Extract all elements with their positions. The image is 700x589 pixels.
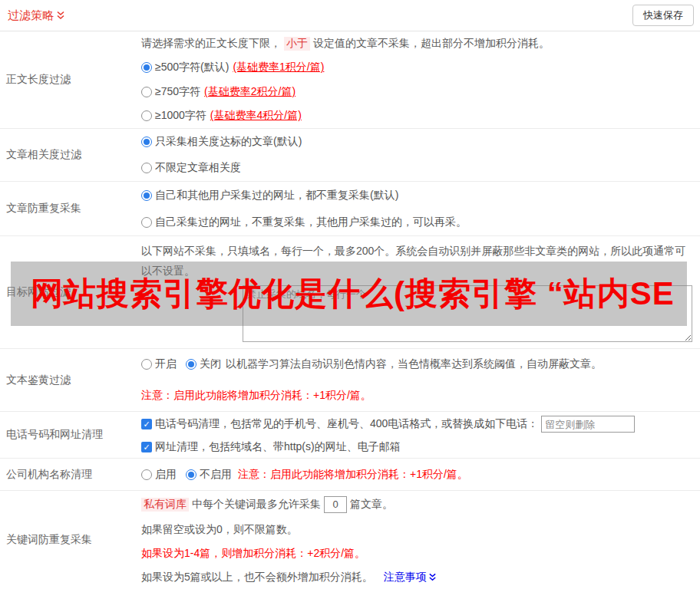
section-phone-url-clean: 电话号码和网址清理 ✓ 电话号码清理，包括常见的手机号、座机号、400电话格式，… (0, 412, 700, 459)
section-label: 文本鉴黄过滤 (0, 349, 137, 411)
section-content: 私有词库 中每个关键词最多允许采集 篇文章。 如果留空或设为0，则不限篇数。 如… (137, 491, 700, 589)
porn-filter-options: 开启 关闭 以机器学习算法自动识别色情内容，当色情概率达到系统阈值，自动屏蔽文章… (141, 357, 694, 371)
radio-selected-icon[interactable] (141, 190, 152, 201)
radio-icon[interactable] (141, 110, 152, 121)
fee-note: (基础费率2积分/篇) (204, 85, 296, 99)
section-body-length-filter: 正文长度过滤 请选择需求的正文长度下限， 小于 设定值的文章不采集，超出部分不增… (0, 31, 700, 129)
section-company-name-clean: 公司机构名称清理 启用 不启用 注意：启用此功能将增加积分消耗：+1积分/篇。 (0, 459, 700, 491)
notice-link[interactable]: 注意事项 (384, 571, 437, 584)
radio-icon[interactable] (141, 87, 152, 97)
replacement-phone-input[interactable] (541, 416, 635, 433)
section-content: 开启 关闭 以机器学习算法自动识别色情内容，当色情概率达到系统阈值，自动屏蔽文章… (137, 349, 700, 411)
checkbox-checked-icon[interactable]: ✓ (141, 419, 152, 429)
quick-save-button[interactable]: 快速保存 (632, 5, 694, 26)
keyword-limit-input[interactable] (324, 496, 347, 513)
keyword-note-zero: 如果留空或设为0，则不限篇数。 (141, 523, 694, 537)
radio-selected-icon[interactable] (186, 359, 196, 370)
header-bar: 过滤策略 快速保存 (0, 0, 700, 31)
radio-icon[interactable] (141, 163, 152, 173)
intro-text: 请选择需求的正文长度下限， 小于 设定值的文章不采集，超出部分不增加积分消耗。 (141, 37, 694, 51)
dedup-option-self-only[interactable]: 自己采集过的网址，不重复采集，其他用户采集过的，可以再采。 (141, 216, 694, 229)
radio-selected-icon[interactable] (141, 62, 152, 73)
section-dedup-collect: 文章防重复采集 自己和其他用户采集过的网址，都不重复采集(默认) 自己采集过的网… (0, 182, 700, 236)
company-clean-note: 注意：启用此功能将增加积分消耗：+1积分/篇。 (238, 468, 468, 482)
section-content: 只采集相关度达标的文章(默认) 不限定文章相关度 (137, 129, 700, 181)
page-title-text: 过滤策略 (8, 8, 54, 23)
keyword-limit-line: 私有词库 中每个关键词最多允许采集 篇文章。 (141, 496, 694, 513)
relevance-option-any[interactable]: 不限定文章相关度 (141, 161, 694, 175)
section-content: 请选择需求的正文长度下限， 小于 设定值的文章不采集，超出部分不增加积分消耗。 … (137, 31, 700, 128)
section-label: 文章防重复采集 (0, 182, 137, 235)
section-label: 文章相关度过滤 (0, 129, 137, 181)
page-title[interactable]: 过滤策略 (8, 8, 65, 23)
section-relevance-filter: 文章相关度过滤 只采集相关度达标的文章(默认) 不限定文章相关度 (0, 129, 700, 182)
overlay-banner-text: 网站搜索引擎优化是什么(搜索引擎 “站内SE (31, 272, 675, 315)
section-keyword-dedup: 关键词防重复采集 私有词库 中每个关键词最多允许采集 篇文章。 如果留空或设为0… (0, 491, 700, 589)
section-label: 公司机构名称清理 (0, 459, 137, 490)
phone-clean-option: ✓ 电话号码清理，包括常见的手机号、座机号、400电话格式，或替换成如下电话： (141, 416, 694, 433)
radio-icon[interactable] (141, 469, 152, 480)
filter-strategy-page: 过滤策略 快速保存 正文长度过滤 请选择需求的正文长度下限， 小于 设定值的文章… (0, 0, 700, 589)
less-than-badge: 小于 (284, 37, 310, 51)
radio-selected-icon[interactable] (141, 137, 152, 147)
fee-note: (基础费率1积分/篇) (233, 61, 324, 74)
keyword-note-five: 如果设为5篇或以上，也不会额外增加积分消耗。 注意事项 (141, 571, 694, 584)
length-option-750[interactable]: ≥750字符 (基础费率2积分/篇) (141, 85, 694, 99)
keyword-note-fee: 如果设为1-4篇，则增加积分消耗：+2积分/篇。 (141, 547, 694, 561)
section-label: 关键词防重复采集 (0, 491, 137, 589)
radio-selected-icon[interactable] (186, 469, 196, 480)
length-option-500[interactable]: ≥500字符(默认) (基础费率1积分/篇) (141, 61, 694, 74)
radio-icon[interactable] (141, 359, 152, 370)
porn-filter-note: 注意：启用此功能将增加积分消耗：+1积分/篇。 (141, 389, 694, 403)
section-content: 自己和其他用户采集过的网址，都不重复采集(默认) 自己采集过的网址，不重复采集，… (137, 182, 700, 235)
overlay-banner: 网站搜索引擎优化是什么(搜索引擎 “站内SE (11, 262, 687, 326)
radio-icon[interactable] (141, 217, 152, 228)
company-clean-options: 启用 不启用 注意：启用此功能将增加积分消耗：+1积分/篇。 (141, 468, 694, 482)
checkbox-checked-icon[interactable]: ✓ (141, 442, 152, 452)
section-label: 电话号码和网址清理 (0, 412, 137, 458)
section-content: ✓ 电话号码清理，包括常见的手机号、座机号、400电话格式，或替换成如下电话： … (137, 412, 700, 458)
section-label: 正文长度过滤 (0, 31, 137, 128)
section-porn-filter: 文本鉴黄过滤 开启 关闭 以机器学习算法自动识别色情内容，当色情概率达到系统阈值… (0, 349, 700, 412)
length-option-1000[interactable]: ≥1000字符 (基础费率4积分/篇) (141, 109, 694, 123)
url-clean-option: ✓ 网址清理，包括纯域名、带http(s)的网址、电子邮箱 (141, 440, 694, 454)
chevron-double-down-icon (56, 11, 65, 21)
fee-note: (基础费率4积分/篇) (210, 109, 302, 123)
section-content: 启用 不启用 注意：启用此功能将增加积分消耗：+1积分/篇。 (137, 459, 700, 490)
dedup-option-all-users[interactable]: 自己和其他用户采集过的网址，都不重复采集(默认) (141, 189, 694, 202)
porn-filter-description: 以机器学习算法自动识别色情内容，当色情概率达到系统阈值，自动屏蔽文章。 (226, 357, 602, 371)
relevance-option-strict[interactable]: 只采集相关度达标的文章(默认) (141, 135, 694, 149)
chevron-double-down-icon (428, 573, 437, 582)
private-lexicon-badge: 私有词库 (141, 498, 189, 512)
